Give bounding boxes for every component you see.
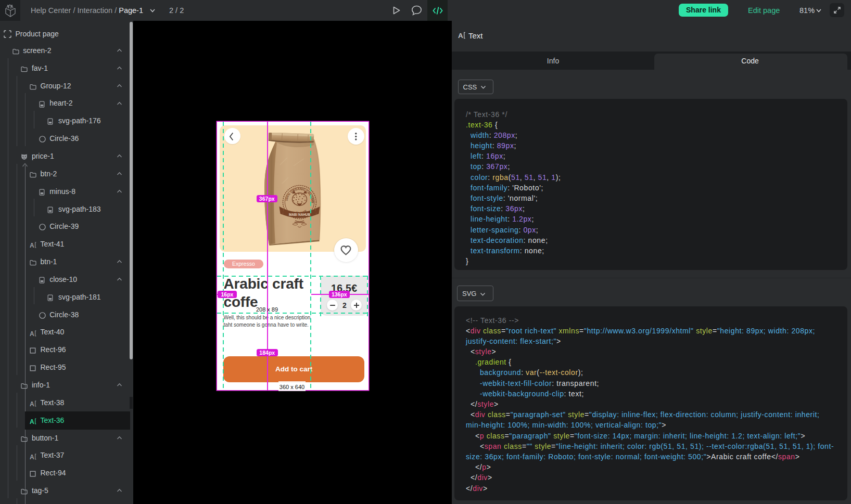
svg-text:A: A [30, 400, 34, 407]
svg-text:A: A [30, 418, 34, 424]
svg-text:A: A [30, 242, 34, 248]
svg-text:A: A [30, 330, 34, 337]
svg-text:A: A [458, 32, 463, 39]
svg-text:MABI NAHUB: MABI NAHUB [289, 213, 311, 216]
svg-text:A: A [30, 454, 34, 460]
